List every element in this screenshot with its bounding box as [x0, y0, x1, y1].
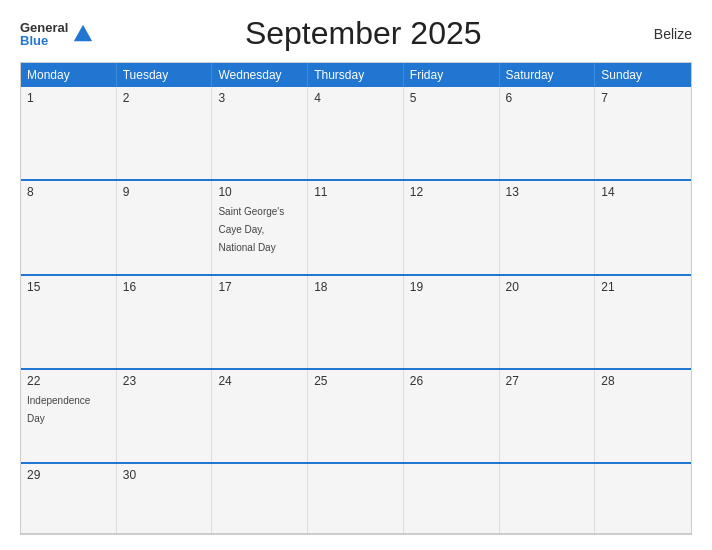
day-cell-8: 8: [21, 181, 117, 273]
week-row-4: 22 Independence Day 23 24 25 26 27 28: [21, 370, 691, 464]
day-cell-24: 24: [212, 370, 308, 462]
country-label: Belize: [632, 26, 692, 42]
day-cell-13: 13: [500, 181, 596, 273]
week-row-3: 15 16 17 18 19 20 21: [21, 276, 691, 370]
day-cell-11: 11: [308, 181, 404, 273]
page: General Blue September 2025 Belize Monda…: [0, 0, 712, 550]
header-friday: Friday: [404, 63, 500, 87]
day-cell-20: 20: [500, 276, 596, 368]
day-cell-6: 6: [500, 87, 596, 179]
week-row-2: 8 9 10 Saint George's Caye Day, National…: [21, 181, 691, 275]
day-cell-28: 28: [595, 370, 691, 462]
day-cell-15: 15: [21, 276, 117, 368]
day-cell-25: 25: [308, 370, 404, 462]
day-cell-22: 22 Independence Day: [21, 370, 117, 462]
weekday-header-row: Monday Tuesday Wednesday Thursday Friday…: [21, 63, 691, 87]
header-wednesday: Wednesday: [212, 63, 308, 87]
day-cell-21: 21: [595, 276, 691, 368]
day-cell-18: 18: [308, 276, 404, 368]
day-cell-empty-1: [212, 464, 308, 533]
day-cell-30: 30: [117, 464, 213, 533]
day-cell-23: 23: [117, 370, 213, 462]
calendar-grid: Monday Tuesday Wednesday Thursday Friday…: [20, 62, 692, 535]
day-cell-empty-2: [308, 464, 404, 533]
svg-marker-0: [74, 24, 92, 41]
week-row-1: 1 2 3 4 5 6 7: [21, 87, 691, 181]
day-cell-19: 19: [404, 276, 500, 368]
calendar-weeks: 1 2 3 4 5 6 7 8 9 10 Saint George's Caye…: [21, 87, 691, 534]
day-cell-27: 27: [500, 370, 596, 462]
calendar-header-section: General Blue September 2025 Belize: [20, 15, 692, 52]
day-cell-9: 9: [117, 181, 213, 273]
logo-text-blue: Blue: [20, 34, 68, 47]
week-row-5: 29 30: [21, 464, 691, 534]
day-cell-empty-5: [595, 464, 691, 533]
header-tuesday: Tuesday: [117, 63, 213, 87]
day-cell-5: 5: [404, 87, 500, 179]
day-cell-2: 2: [117, 87, 213, 179]
logo-text-general: General: [20, 21, 68, 34]
day-cell-10: 10 Saint George's Caye Day, National Day: [212, 181, 308, 273]
day-cell-1: 1: [21, 87, 117, 179]
header-monday: Monday: [21, 63, 117, 87]
day-cell-4: 4: [308, 87, 404, 179]
day-cell-26: 26: [404, 370, 500, 462]
day-cell-empty-4: [500, 464, 596, 533]
day-cell-empty-3: [404, 464, 500, 533]
logo: General Blue: [20, 21, 94, 47]
day-cell-12: 12: [404, 181, 500, 273]
day-cell-29: 29: [21, 464, 117, 533]
day-cell-3: 3: [212, 87, 308, 179]
day-cell-16: 16: [117, 276, 213, 368]
header-saturday: Saturday: [500, 63, 596, 87]
logo-flag-icon: [72, 23, 94, 45]
calendar-title: September 2025: [94, 15, 632, 52]
header-thursday: Thursday: [308, 63, 404, 87]
day-cell-7: 7: [595, 87, 691, 179]
day-cell-17: 17: [212, 276, 308, 368]
header-sunday: Sunday: [595, 63, 691, 87]
day-cell-14: 14: [595, 181, 691, 273]
